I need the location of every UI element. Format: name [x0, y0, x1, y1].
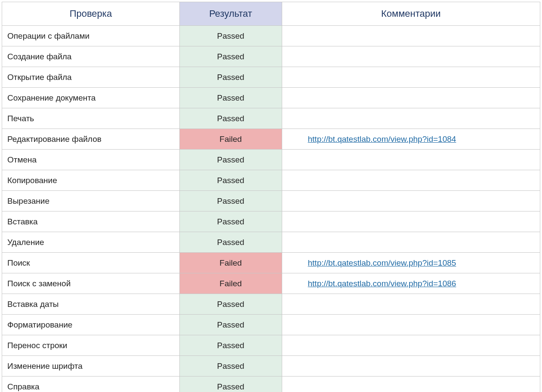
- cell-comment: http://bt.qatestlab.com/view.php?id=1085: [282, 253, 540, 273]
- cell-comment: [282, 315, 540, 335]
- header-result: Результат: [179, 2, 282, 26]
- table-row: Редактирование файловFailed http://bt.qa…: [2, 129, 540, 150]
- cell-check: Редактирование файлов: [2, 129, 180, 150]
- table-row: Операции с файламиPassed: [2, 26, 540, 46]
- table-row: Открытие файлаPassed: [2, 67, 540, 88]
- table-row: ФорматированиеPassed: [2, 315, 540, 335]
- table-row: ПечатьPassed: [2, 108, 540, 129]
- cell-comment: http://bt.qatestlab.com/view.php?id=1084: [282, 129, 540, 150]
- cell-check: Печать: [2, 108, 180, 129]
- table-row: Перенос строкиPassed: [2, 335, 540, 356]
- table-row: Сохранение документаPassed: [2, 88, 540, 108]
- table-row: ВырезаниеPassed: [2, 191, 540, 211]
- cell-result: Passed: [179, 67, 282, 88]
- cell-check: Изменение шрифта: [2, 356, 180, 377]
- cell-check: Отмена: [2, 150, 180, 170]
- table-row: ОтменаPassed: [2, 150, 540, 170]
- table-row: ПоискFailedhttp://bt.qatestlab.com/view.…: [2, 253, 540, 273]
- table-row: СправкаPassed: [2, 377, 540, 392]
- cell-result: Passed: [179, 356, 282, 377]
- cell-comment: [282, 294, 540, 315]
- bug-link[interactable]: http://bt.qatestlab.com/view.php?id=1084: [308, 135, 456, 144]
- cell-check: Вставка даты: [2, 294, 180, 315]
- cell-check: Создание файла: [2, 46, 180, 67]
- cell-comment: [282, 377, 540, 392]
- cell-result: Failed: [179, 273, 282, 294]
- cell-check: Сохранение документа: [2, 88, 180, 108]
- cell-check: Поиск: [2, 253, 180, 273]
- cell-comment: [282, 88, 540, 108]
- table-row: УдалениеPassed: [2, 232, 540, 253]
- cell-comment: [282, 170, 540, 191]
- cell-comment: [282, 335, 540, 356]
- cell-check: Удаление: [2, 232, 180, 253]
- table-row: ВставкаPassed: [2, 211, 540, 232]
- cell-result: Passed: [179, 191, 282, 211]
- cell-comment: [282, 26, 540, 46]
- cell-result: Passed: [179, 232, 282, 253]
- bug-link[interactable]: http://bt.qatestlab.com/view.php?id=1086: [308, 279, 456, 288]
- cell-check: Поиск с заменой: [2, 273, 180, 294]
- header-comment: Комментарии: [282, 2, 540, 26]
- test-results-table: Проверка Результат Комментарии Операции …: [2, 2, 540, 392]
- header-check: Проверка: [2, 2, 180, 26]
- cell-result: Passed: [179, 150, 282, 170]
- table-row: Вставка датыPassed: [2, 294, 540, 315]
- cell-comment: http://bt.qatestlab.com/view.php?id=1086: [282, 273, 540, 294]
- cell-result: Passed: [179, 315, 282, 335]
- cell-result: Passed: [179, 377, 282, 392]
- cell-result: Passed: [179, 211, 282, 232]
- cell-result: Passed: [179, 108, 282, 129]
- cell-comment: [282, 108, 540, 129]
- cell-comment: [282, 356, 540, 377]
- cell-check: Вырезание: [2, 191, 180, 211]
- cell-check: Открытие файла: [2, 67, 180, 88]
- cell-check: Форматирование: [2, 315, 180, 335]
- cell-result: Failed: [179, 253, 282, 273]
- bug-link[interactable]: http://bt.qatestlab.com/view.php?id=1085: [308, 258, 456, 267]
- cell-check: Перенос строки: [2, 335, 180, 356]
- table-row: КопированиеPassed: [2, 170, 540, 191]
- table-header-row: Проверка Результат Комментарии: [2, 2, 540, 26]
- cell-result: Passed: [179, 294, 282, 315]
- cell-comment: [282, 67, 540, 88]
- cell-result: Passed: [179, 26, 282, 46]
- cell-check: Справка: [2, 377, 180, 392]
- cell-result: Passed: [179, 88, 282, 108]
- cell-result: Passed: [179, 335, 282, 356]
- cell-comment: [282, 191, 540, 211]
- table-row: Изменение шрифтаPassed: [2, 356, 540, 377]
- cell-result: Passed: [179, 46, 282, 67]
- cell-comment: [282, 232, 540, 253]
- cell-result: Passed: [179, 170, 282, 191]
- cell-comment: [282, 46, 540, 67]
- cell-check: Операции с файлами: [2, 26, 180, 46]
- table-row: Создание файлаPassed: [2, 46, 540, 67]
- cell-result: Failed: [179, 129, 282, 150]
- cell-check: Вставка: [2, 211, 180, 232]
- table-row: Поиск с заменойFailedhttp://bt.qatestlab…: [2, 273, 540, 294]
- cell-check: Копирование: [2, 170, 180, 191]
- cell-comment: [282, 150, 540, 170]
- cell-comment: [282, 211, 540, 232]
